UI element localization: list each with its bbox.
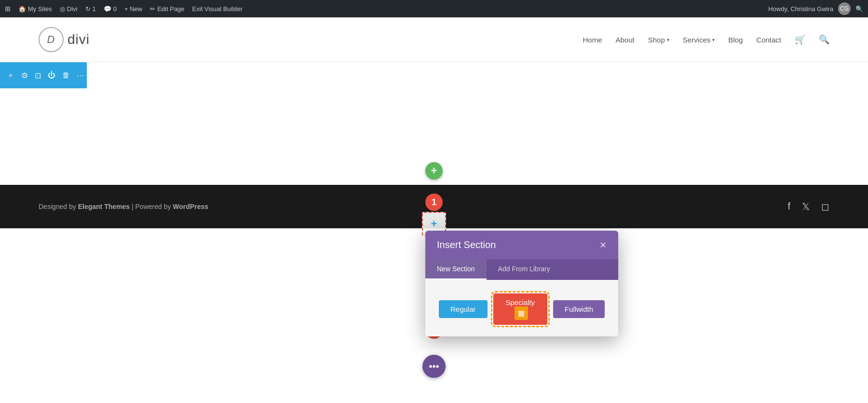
wp-logo-item[interactable]: ⊞ [5,5,11,13]
site-logo[interactable]: D divi [39,27,90,52]
more-options-icon: ••• [429,361,439,372]
footer-elegant-themes: Elegant Themes [78,203,130,210]
power-toolbar-icon[interactable]: ⏻ [48,71,55,80]
logo-text: divi [68,32,90,47]
services-chevron-icon: ▾ [712,37,715,42]
step-1-badge: 1 [425,194,443,211]
avatar: CG [838,2,851,15]
fullwidth-section-button[interactable]: Fullwidth [553,300,605,318]
updates-icon: ↻ [85,5,91,13]
footer-credit: Designed by Elegant Themes | Powered by … [39,203,208,210]
modal-body: Regular Specialty ▦ Fullwidth [425,280,618,336]
nav-services[interactable]: Services ▾ [683,36,715,44]
twitter-icon[interactable]: 𝕏 [802,201,810,212]
divi-item[interactable]: ◎ Divi [60,5,78,13]
instagram-icon[interactable]: ◻ [821,201,829,212]
tab-add-from-library[interactable]: Add From Library [487,259,562,280]
builder-toolbar: ＋ ⚙ ⊡ ⏻ 🗑 ⋯ [0,62,87,88]
modal-close-button[interactable]: ✕ [599,240,607,250]
delete-toolbar-icon[interactable]: 🗑 [62,71,70,80]
nav-home[interactable]: Home [583,36,602,44]
nav-blog[interactable]: Blog [728,36,743,44]
regular-section-button[interactable]: Regular [439,300,488,318]
logo-letter: D [47,33,55,46]
settings-toolbar-icon[interactable]: ⚙ [21,71,28,80]
footer-powered-text: | Powered by [132,203,173,210]
cart-icon[interactable]: 🛒 [795,34,805,45]
footer-designed-text: Designed by [39,203,78,210]
shop-chevron-icon: ▾ [667,37,669,42]
updates-count: 1 [93,5,96,13]
footer-wordpress: WordPress [173,203,208,210]
updates-item[interactable]: ↻ 1 [85,5,96,13]
footer-social: f 𝕏 ◻ [787,201,829,212]
admin-bar: ⊞ 🏠 My Sites ◎ Divi ↻ 1 💬 0 + New ✏ Edit… [0,0,868,17]
layout-toolbar-icon[interactable]: ⊡ [35,71,41,80]
edit-icon: ✏ [150,5,155,13]
admin-bar-right: Howdy, Christina Gwira CG 🔍 [768,2,863,15]
comments-icon: 💬 [104,5,111,13]
insert-section-modal: Insert Section ✕ New Section Add From Li… [425,231,618,336]
specialty-icon: ▦ [515,306,528,320]
nav-contact[interactable]: Contact [756,36,781,44]
modal-header: Insert Section ✕ [425,231,618,259]
more-options-button[interactable]: ••• [422,355,446,378]
add-section-top-button[interactable]: + [425,162,443,180]
new-label: + New [124,5,142,13]
tab-new-section[interactable]: New Section [425,259,487,280]
dashed-plus-icon: + [431,218,437,230]
site-header: D divi Home About Shop ▾ Services ▾ Blog… [0,17,868,62]
my-sites-label: My Sites [28,5,52,13]
modal-tabs: New Section Add From Library [425,259,618,280]
edit-page-item[interactable]: ✏ Edit Page [150,5,184,13]
plus-icon: + [431,165,437,177]
exit-builder-item[interactable]: Exit Visual Builder [192,5,243,13]
facebook-icon[interactable]: f [787,201,790,212]
more-toolbar-icon[interactable]: ⋯ [77,71,84,80]
my-sites-item[interactable]: 🏠 My Sites [18,5,52,13]
nav-about[interactable]: About [615,36,634,44]
divi-label: Divi [67,5,78,13]
modal-title: Insert Section [437,239,496,250]
comments-item[interactable]: 💬 0 [104,5,117,13]
wp-icon: ⊞ [5,5,11,13]
specialty-section-button[interactable]: Specialty ▦ [493,293,547,325]
comments-count: 0 [113,5,117,13]
new-item[interactable]: + New [124,5,142,13]
admin-search-icon[interactable]: 🔍 [855,5,863,13]
logo-circle: D [39,27,64,52]
user-greeting: Howdy, Christina Gwira [768,5,833,13]
page-wrapper: Designed by Elegant Themes | Powered by … [0,88,868,388]
my-sites-icon: 🏠 [18,5,26,13]
divi-logo-icon: ◎ [60,5,65,13]
nav-shop[interactable]: Shop ▾ [648,36,669,44]
add-section-toolbar-icon[interactable]: ＋ [7,70,14,81]
header-search-icon[interactable]: 🔍 [819,34,829,45]
edit-page-label: Edit Page [157,5,184,13]
exit-builder-label: Exit Visual Builder [192,5,243,13]
site-nav: Home About Shop ▾ Services ▾ Blog Contac… [583,34,829,45]
